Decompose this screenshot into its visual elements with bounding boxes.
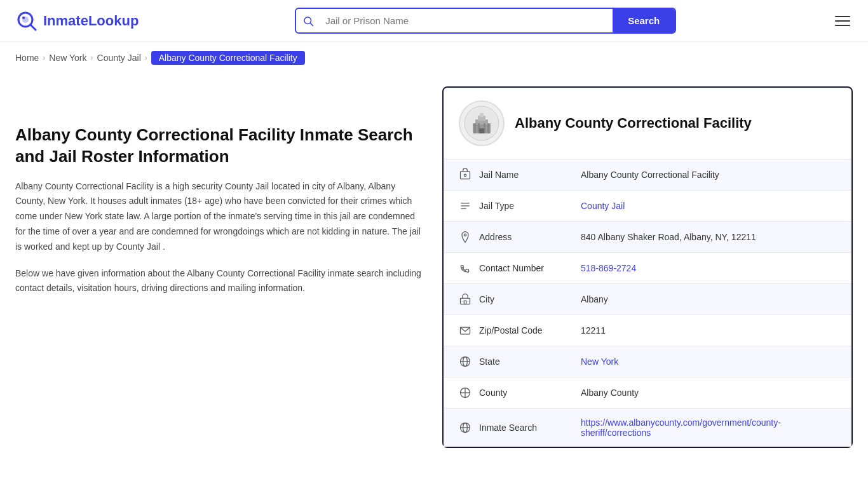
row-label-zip: Zip/Postal Code <box>479 325 581 336</box>
svg-point-3 <box>22 17 25 19</box>
table-row: Jail Type County Jail <box>444 191 851 222</box>
svg-rect-10 <box>480 113 484 117</box>
page-title: Albany County Correctional Facility Inma… <box>15 125 422 168</box>
city-icon <box>459 293 479 306</box>
breadcrumb-sep-3: › <box>145 53 147 62</box>
hamburger-line-1 <box>835 16 850 17</box>
logo-link[interactable]: InmateLookup <box>15 10 139 32</box>
state-link[interactable]: New York <box>581 356 618 367</box>
search-input[interactable] <box>320 9 613 32</box>
svg-point-21 <box>464 234 466 236</box>
row-label-jail-name: Jail Name <box>479 170 581 180</box>
breadcrumb-home[interactable]: Home <box>15 53 39 63</box>
row-label-jail-type: Jail Type <box>479 201 581 211</box>
svg-line-5 <box>311 23 313 25</box>
right-column: Albany County Correctional Facility Jail… <box>442 86 853 448</box>
table-row: Address 840 Albany Shaker Road, Albany, … <box>444 222 851 253</box>
facility-image <box>459 100 505 146</box>
breadcrumb-sep-1: › <box>43 53 45 62</box>
row-label-state: State <box>479 356 581 367</box>
search-wrapper: Search <box>295 8 676 34</box>
row-label-address: Address <box>479 232 581 242</box>
logo-icon <box>15 10 38 32</box>
breadcrumb-sep-2: › <box>91 53 93 62</box>
breadcrumb-new-york[interactable]: New York <box>49 53 86 63</box>
search-icon <box>302 15 314 27</box>
svg-line-1 <box>31 25 36 30</box>
search-icon-wrap <box>296 15 320 27</box>
phone-icon <box>459 262 479 274</box>
facility-building-icon <box>464 105 499 141</box>
facility-card: Albany County Correctional Facility Jail… <box>442 86 853 448</box>
county-icon <box>459 386 479 399</box>
card-title: Albany County Correctional Facility <box>515 115 752 132</box>
mail-icon <box>459 324 479 337</box>
breadcrumb-county-jail[interactable]: County Jail <box>97 53 141 63</box>
svg-rect-11 <box>474 123 476 133</box>
row-value-address: 840 Albany Shaker Road, Albany, NY, 1221… <box>581 232 836 242</box>
breadcrumb-active: Albany County Correctional Facility <box>151 51 305 65</box>
search-area: Search <box>295 8 676 34</box>
page-desc-2: Below we have given information about th… <box>15 266 422 297</box>
row-value-jail-name: Albany County Correctional Facility <box>581 170 836 180</box>
hamburger-menu[interactable] <box>832 13 853 29</box>
row-value-county: Albany County <box>581 388 836 398</box>
svg-rect-15 <box>479 128 484 133</box>
hamburger-line-2 <box>835 20 850 22</box>
table-row: State New York <box>444 346 851 377</box>
info-table: Jail Name Albany County Correctional Fac… <box>444 159 851 447</box>
row-value-zip: 12211 <box>581 325 836 336</box>
breadcrumb: Home › New York › County Jail › Albany C… <box>0 42 868 74</box>
search-globe-icon <box>459 421 479 434</box>
card-header: Albany County Correctional Facility <box>444 88 851 159</box>
table-row: Zip/Postal Code 12211 <box>444 315 851 346</box>
svg-point-17 <box>464 174 466 176</box>
list-icon <box>459 200 479 212</box>
hamburger-line-3 <box>835 25 850 26</box>
row-label-city: City <box>479 294 581 304</box>
row-value-jail-type: County Jail <box>581 201 836 211</box>
left-column: Albany County Correctional Facility Inma… <box>15 86 422 448</box>
table-row: Jail Name Albany County Correctional Fac… <box>444 159 851 191</box>
row-label-contact: Contact Number <box>479 263 581 273</box>
row-value-inmate-search: https://www.albanycounty.com/government/… <box>581 417 836 438</box>
inmate-search-link[interactable]: https://www.albanycounty.com/government/… <box>581 417 781 438</box>
globe-icon <box>459 355 479 368</box>
row-value-contact: 518-869-2724 <box>581 263 836 273</box>
svg-rect-23 <box>464 301 466 304</box>
logo-text: InmateLookup <box>43 13 139 29</box>
search-button[interactable]: Search <box>613 9 675 32</box>
row-label-inmate-search: Inmate Search <box>479 423 581 433</box>
jail-type-link[interactable]: County Jail <box>581 201 625 211</box>
row-label-county: County <box>479 388 581 398</box>
table-row: City Albany <box>444 284 851 315</box>
page-desc-1: Albany County Correctional Facility is a… <box>15 179 422 255</box>
svg-rect-14 <box>487 123 489 133</box>
table-row: Contact Number 518-869-2724 <box>444 253 851 284</box>
table-row: Inmate Search https://www.albanycounty.c… <box>444 409 851 447</box>
location-icon <box>459 231 479 243</box>
row-value-state: New York <box>581 356 836 367</box>
main-content: Albany County Correctional Facility Inma… <box>0 74 868 473</box>
svg-rect-16 <box>461 172 470 179</box>
header: InmateLookup Search <box>0 0 868 42</box>
contact-number-link[interactable]: 518-869-2724 <box>581 263 636 273</box>
row-value-city: Albany <box>581 294 836 304</box>
table-row: County Albany County <box>444 377 851 409</box>
jail-icon <box>459 168 479 181</box>
